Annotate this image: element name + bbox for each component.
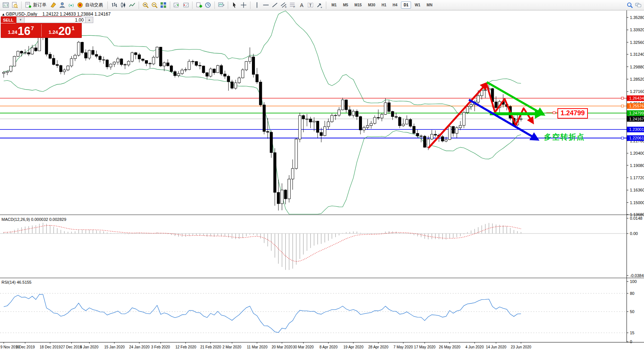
sell-price-small: 1.24: [8, 29, 17, 35]
price-annotation-box[interactable]: 1.24799: [557, 108, 588, 119]
date-axis[interactable]: 9 Nov 20199 Dec 201918 Dec 201927 Dec 20…: [0, 342, 531, 349]
preview-icon[interactable]: [10, 1, 19, 9]
macd-indicator-label: MACD(12,26,9) 0.000032 0.002829: [1, 217, 66, 222]
collapse-arrow-icon[interactable]: ▴: [2, 12, 4, 17]
toolbar-separator: [107, 1, 108, 9]
tile-windows-icon[interactable]: [159, 1, 168, 9]
toolbar-separator: [170, 1, 170, 9]
svg-text:A: A: [300, 2, 304, 8]
clock-icon[interactable]: [204, 1, 212, 9]
chat-icon[interactable]: [634, 1, 643, 9]
bollinger-bands: [4, 11, 521, 214]
svg-text:27 Dec 2019: 27 Dec 2019: [61, 345, 82, 349]
template-icon[interactable]: [217, 1, 226, 9]
svg-text:1.28520: 1.28520: [630, 77, 644, 81]
svg-text:T: T: [309, 3, 312, 7]
line-chart-icon[interactable]: [128, 1, 136, 9]
bars-chart-icon[interactable]: [110, 1, 119, 9]
svg-text:3 Feb 2020: 3 Feb 2020: [151, 345, 170, 349]
toolbar-separator: [21, 1, 22, 9]
svg-text:6 Jan 2020: 6 Jan 2020: [80, 345, 98, 349]
volume-stepper: ▼ ▲: [16, 17, 93, 23]
one-click-trade-panel: SELL ▼ ▲ BUY 1.24 16 7 1.24 20 1: [1, 16, 82, 38]
tf-button-M30[interactable]: M30: [365, 1, 378, 9]
auto-scroll-icon[interactable]: [172, 1, 181, 9]
turning-point-annotation[interactable]: 多空转折点: [544, 132, 585, 142]
autotrading-icon[interactable]: [76, 1, 84, 9]
chart-shift-icon[interactable]: [181, 1, 190, 9]
buy-button[interactable]: BUY: [94, 16, 107, 23]
add-indicator-icon[interactable]: [195, 1, 203, 9]
signal-icon[interactable]: [67, 1, 75, 9]
search-icon[interactable]: [625, 1, 634, 9]
svg-text:12 Feb 2020: 12 Feb 2020: [175, 345, 197, 349]
hline-icon[interactable]: [262, 1, 270, 9]
autotrading-label[interactable]: 自动交易: [85, 2, 103, 8]
svg-text:15 Jan 2020: 15 Jan 2020: [104, 345, 124, 349]
svg-text:26 May 2020: 26 May 2020: [439, 345, 460, 349]
chart-canvas[interactable]: 1.352801.339201.325601.312401.298801.285…: [0, 0, 644, 351]
svg-text:1.29880: 1.29880: [630, 65, 644, 69]
label-icon[interactable]: T: [306, 1, 315, 9]
svg-text:F: F: [294, 5, 295, 8]
sell-button[interactable]: SELL: [1, 16, 16, 23]
sell-price-sup: 7: [31, 25, 34, 31]
tf-button-H1[interactable]: H1: [379, 1, 389, 9]
channel-icon[interactable]: E: [279, 1, 288, 9]
tf-button-MN[interactable]: MN: [424, 1, 435, 9]
svg-text:0: 0: [630, 339, 632, 344]
price-axis[interactable]: 1.352801.339201.325601.312401.298801.285…: [627, 15, 644, 217]
svg-text:1.32560: 1.32560: [630, 40, 644, 45]
fibonacci-icon[interactable]: F: [288, 1, 297, 9]
crosshair-icon[interactable]: [239, 1, 248, 9]
zoom-out-icon[interactable]: [150, 1, 159, 9]
toolbar-separator: [326, 1, 326, 9]
vline-icon[interactable]: [253, 1, 261, 9]
tf-button-M5[interactable]: M5: [340, 1, 351, 9]
volume-up-icon[interactable]: ▲: [85, 17, 93, 23]
sell-price[interactable]: 1.24 16 7: [1, 23, 41, 38]
tf-button-M15[interactable]: M15: [352, 1, 364, 9]
zoom-in-icon[interactable]: [141, 1, 150, 9]
text-icon[interactable]: A: [297, 1, 306, 9]
trendline-icon[interactable]: [271, 1, 279, 9]
buy-price-sup: 1: [71, 25, 74, 31]
rsi-indicator-label: RSI(14) 46.5155: [1, 280, 32, 284]
svg-text:1.15000: 1.15000: [630, 200, 644, 205]
svg-text:1.23001: 1.23001: [629, 127, 644, 132]
candles-chart-icon[interactable]: [119, 1, 127, 9]
arrows-icon[interactable]: [315, 1, 324, 9]
svg-text:0.00: 0.00: [630, 231, 638, 236]
svg-text:19 Apr 2020: 19 Apr 2020: [343, 345, 363, 349]
rsi-panel[interactable]: 1008050150: [0, 279, 637, 344]
svg-text:18 Dec 2019: 18 Dec 2019: [40, 345, 61, 349]
cursor-icon[interactable]: [230, 1, 239, 9]
svg-text:9 Dec 2019: 9 Dec 2019: [16, 345, 35, 349]
chart-title: ▴ GBPUSD-,Daily1.24122 1.24633 1.23884 1…: [2, 12, 111, 17]
svg-text:1.22061: 1.22061: [629, 136, 644, 140]
svg-text:11 Mar 2020: 11 Mar 2020: [247, 345, 268, 349]
chart-window-icon[interactable]: [1, 1, 10, 9]
tf-button-D1[interactable]: D1: [401, 1, 411, 9]
volume-input[interactable]: [25, 17, 85, 23]
svg-text:7 May 2020: 7 May 2020: [394, 345, 413, 349]
price-level-lines[interactable]: [0, 97, 627, 139]
volume-down-icon[interactable]: ▼: [16, 17, 25, 23]
tf-button-W1[interactable]: W1: [412, 1, 423, 9]
tf-button-H4[interactable]: H4: [390, 1, 400, 9]
buy-price[interactable]: 1.24 20 1: [42, 23, 82, 38]
svg-text:80: 80: [630, 291, 634, 296]
svg-text:100: 100: [630, 279, 637, 284]
svg-text:23 Jun 2020: 23 Jun 2020: [511, 345, 531, 349]
new-order-label[interactable]: 新订单: [33, 2, 46, 8]
macd-panel[interactable]: 0.01480.00-0.038415: [0, 216, 644, 278]
symbol-period-label: GBPUSD-,Daily: [6, 12, 37, 17]
svg-text:1.35280: 1.35280: [630, 15, 644, 20]
tf-button-M1[interactable]: M1: [329, 1, 339, 9]
new-order-icon[interactable]: [24, 1, 32, 9]
sell-price-big: 16: [17, 26, 30, 36]
svg-text:1.33920: 1.33920: [630, 28, 644, 32]
styler-icon[interactable]: [49, 1, 58, 9]
profile-icon[interactable]: [58, 1, 67, 9]
toolbar-separator: [139, 1, 139, 9]
